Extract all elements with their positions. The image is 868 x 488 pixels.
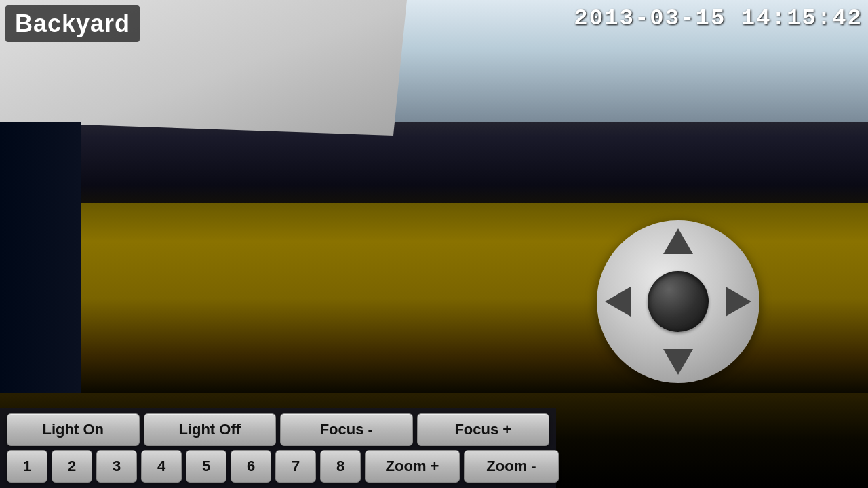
zoom-plus-button[interactable]: Zoom + [365, 450, 460, 483]
preset-8-button[interactable]: 8 [320, 450, 361, 483]
preset-1-button[interactable]: 1 [7, 450, 47, 483]
ptz-control[interactable] [597, 220, 760, 383]
preset-5-button[interactable]: 5 [186, 450, 226, 483]
timestamp: 2013-03-15 14:15:42 [574, 5, 863, 31]
preset-7-button[interactable]: 7 [275, 450, 316, 483]
light-off-button[interactable]: Light Off [144, 413, 277, 446]
ptz-right-arrow[interactable] [726, 287, 751, 317]
camera-label: Backyard [5, 5, 140, 42]
focus-plus-button[interactable]: Focus + [417, 413, 550, 446]
preset-3-button[interactable]: 3 [96, 450, 137, 483]
ptz-center-button[interactable] [648, 271, 709, 332]
preset-6-button[interactable]: 6 [231, 450, 271, 483]
controls-row-1: Light On Light Off Focus - Focus + [7, 413, 549, 446]
controls-row-2: 1 2 3 4 5 6 7 8 Zoom + Zoom - [7, 450, 549, 483]
ptz-down-arrow[interactable] [663, 349, 693, 375]
controls-bar: Light On Light Off Focus - Focus + 1 2 3… [0, 408, 556, 488]
preset-4-button[interactable]: 4 [141, 450, 182, 483]
light-on-button[interactable]: Light On [7, 413, 140, 446]
focus-minus-button[interactable]: Focus - [280, 413, 413, 446]
zoom-minus-button[interactable]: Zoom - [464, 450, 559, 483]
ptz-left-arrow[interactable] [605, 287, 631, 317]
preset-2-button[interactable]: 2 [52, 450, 92, 483]
ptz-up-arrow[interactable] [663, 228, 693, 254]
